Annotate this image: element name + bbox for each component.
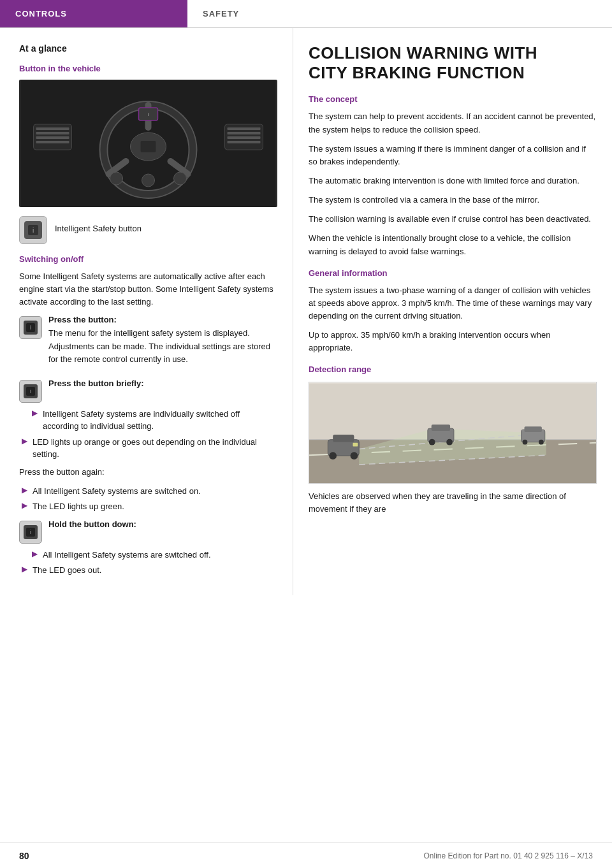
svg-rect-7 bbox=[228, 127, 261, 130]
safety-label: SAFETY bbox=[203, 9, 239, 18]
arrow-icon-6: ▶ bbox=[22, 565, 27, 577]
press-briefly-icon: i bbox=[19, 380, 42, 403]
intelligent-safety-icon: i bbox=[19, 216, 47, 244]
footer-text: Online Edition for Part no. 01 40 2 925 … bbox=[423, 851, 593, 860]
press-button-body: The menu for the intelligent safety syst… bbox=[48, 327, 277, 365]
svg-rect-2 bbox=[36, 127, 69, 130]
bullet-text-2: LED lights up orange or goes out dependi… bbox=[33, 436, 277, 461]
right-column: COLLISION WARNING WITH CITY BRAKING FUNC… bbox=[293, 28, 612, 595]
press-button-icon: i bbox=[19, 316, 42, 339]
switching-body: Some Intelligent Safety systems are auto… bbox=[19, 270, 277, 308]
arrow-icon-5: ▶ bbox=[32, 549, 38, 561]
arrow-icon-2: ▶ bbox=[22, 437, 27, 461]
svg-rect-8 bbox=[228, 132, 261, 134]
press-button-text-area: Press the button: The menu for the intel… bbox=[48, 315, 277, 372]
general-para2: Up to approx. 35 mph/60 km/h a braking i… bbox=[309, 329, 597, 354]
bullet-text-1: Intelligent Safety systems are individua… bbox=[43, 408, 277, 433]
bullet-text-4: The LED lights up green. bbox=[33, 500, 124, 513]
bullet-item-5: ▶ All Intelligent Safety systems are swi… bbox=[19, 549, 277, 561]
page-header: CONTROLS SAFETY bbox=[0, 0, 612, 28]
svg-point-47 bbox=[446, 439, 453, 445]
svg-text:i: i bbox=[30, 529, 31, 535]
svg-rect-9 bbox=[228, 136, 261, 139]
heading-line2: CITY BRAKING FUNCTION bbox=[309, 63, 525, 82]
switching-on-off-title: Switching on/off bbox=[19, 254, 277, 264]
concept-para5: The collision warning is available even … bbox=[309, 213, 597, 226]
intelligent-safety-label: Intelligent Safety button bbox=[55, 216, 142, 233]
svg-text:i: i bbox=[30, 388, 31, 394]
svg-text:i: i bbox=[33, 227, 34, 234]
svg-point-46 bbox=[429, 439, 435, 445]
detection-range-title: Detection range bbox=[309, 365, 597, 374]
svg-point-51 bbox=[539, 440, 544, 445]
bullet-item-4: ▶ The LED lights up green. bbox=[19, 500, 277, 513]
concept-para1: The system can help to prevent accidents… bbox=[309, 110, 597, 136]
heading-line1: COLLISION WARNING WITH bbox=[309, 43, 537, 62]
svg-text:i: i bbox=[148, 112, 149, 117]
press-button-label: Press the button: bbox=[48, 315, 117, 324]
bullet-item-3: ▶ All Intelligent Safety systems are swi… bbox=[19, 485, 277, 498]
concept-para6: When the vehicle is intentionally brough… bbox=[309, 232, 597, 257]
general-para1: The system issues a two-phase warning of… bbox=[309, 284, 597, 322]
bullet-text-3: All Intelligent Safety systems are switc… bbox=[33, 485, 201, 498]
hold-down-section: i Hold the button down: bbox=[19, 519, 277, 544]
page-heading: COLLISION WARNING WITH CITY BRAKING FUNC… bbox=[309, 43, 597, 83]
press-briefly-section: i Press the button briefly: bbox=[19, 379, 277, 403]
press-again-text: Press the button again: bbox=[19, 466, 277, 479]
svg-point-19 bbox=[142, 174, 155, 187]
bullet-text-5: All Intelligent Safety systems are switc… bbox=[43, 549, 211, 561]
svg-rect-45 bbox=[432, 425, 450, 431]
page-number: 80 bbox=[19, 851, 29, 861]
svg-text:i: i bbox=[30, 324, 31, 331]
hold-down-text-area: Hold the button down: bbox=[48, 519, 136, 544]
detection-range-image bbox=[309, 382, 597, 484]
bullet-text-6: The LED goes out. bbox=[33, 564, 101, 577]
controls-label: CONTROLS bbox=[15, 9, 67, 18]
svg-rect-17 bbox=[141, 141, 156, 152]
svg-point-42 bbox=[351, 452, 358, 460]
svg-point-41 bbox=[329, 452, 337, 460]
concept-title: The concept bbox=[309, 94, 597, 104]
controls-tab[interactable]: CONTROLS bbox=[0, 0, 187, 27]
svg-rect-4 bbox=[36, 136, 69, 139]
button-in-vehicle-title: Button in the vehicle bbox=[19, 64, 277, 73]
safety-tab[interactable]: SAFETY bbox=[187, 0, 254, 27]
svg-rect-49 bbox=[525, 427, 542, 433]
left-column: At a glance Button in the vehicle bbox=[0, 28, 293, 595]
concept-para3: The automatic braking intervention is do… bbox=[309, 175, 597, 187]
svg-rect-43 bbox=[353, 443, 358, 447]
bullet-item-6: ▶ The LED goes out. bbox=[19, 564, 277, 577]
svg-rect-40 bbox=[333, 435, 354, 442]
detection-caption: Vehicles are observed when they are trav… bbox=[309, 490, 597, 516]
hold-down-label: Hold the button down: bbox=[48, 519, 136, 529]
concept-para4: The system is controlled via a camera in… bbox=[309, 194, 597, 206]
svg-point-18 bbox=[110, 172, 123, 185]
svg-rect-5 bbox=[36, 141, 69, 143]
svg-rect-3 bbox=[36, 132, 69, 134]
svg-point-20 bbox=[174, 172, 187, 185]
intelligent-safety-row: i Intelligent Safety button bbox=[19, 216, 277, 244]
arrow-icon-3: ▶ bbox=[22, 486, 27, 498]
press-briefly-label: Press the button briefly: bbox=[48, 379, 144, 388]
vehicle-image: i bbox=[19, 80, 277, 207]
general-info-title: General information bbox=[309, 268, 597, 278]
press-briefly-text-area: Press the button briefly: bbox=[48, 379, 144, 403]
hold-down-icon: i bbox=[19, 521, 42, 544]
press-button-section: i Press the button: The menu for the int… bbox=[19, 315, 277, 372]
bullet-item-1: ▶ Intelligent Safety systems are individ… bbox=[19, 408, 277, 433]
svg-point-50 bbox=[523, 440, 528, 445]
main-content: At a glance Button in the vehicle bbox=[0, 28, 612, 595]
concept-para2: The system issues a warning if there is … bbox=[309, 143, 597, 168]
arrow-icon-4: ▶ bbox=[22, 501, 27, 513]
bullet-item-2: ▶ LED lights up orange or goes out depen… bbox=[19, 436, 277, 461]
at-a-glance-title: At a glance bbox=[19, 43, 277, 54]
page-footer: 80 Online Edition for Part no. 01 40 2 9… bbox=[0, 843, 612, 868]
arrow-icon-1: ▶ bbox=[32, 409, 38, 433]
svg-rect-10 bbox=[228, 141, 261, 143]
